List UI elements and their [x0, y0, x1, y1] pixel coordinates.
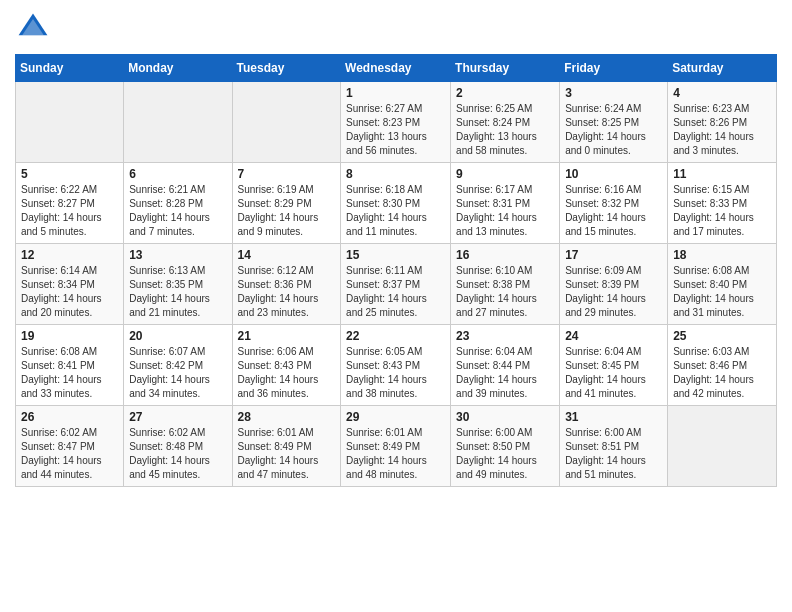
calendar-cell: 26Sunrise: 6:02 AM Sunset: 8:47 PM Dayli…: [16, 406, 124, 487]
day-info: Sunrise: 6:18 AM Sunset: 8:30 PM Dayligh…: [346, 183, 445, 239]
calendar-cell: 24Sunrise: 6:04 AM Sunset: 8:45 PM Dayli…: [560, 325, 668, 406]
day-number: 25: [673, 329, 771, 343]
day-info: Sunrise: 6:04 AM Sunset: 8:45 PM Dayligh…: [565, 345, 662, 401]
day-number: 13: [129, 248, 226, 262]
day-info: Sunrise: 6:00 AM Sunset: 8:50 PM Dayligh…: [456, 426, 554, 482]
day-number: 20: [129, 329, 226, 343]
day-number: 11: [673, 167, 771, 181]
calendar-cell: 20Sunrise: 6:07 AM Sunset: 8:42 PM Dayli…: [124, 325, 232, 406]
calendar-cell: 21Sunrise: 6:06 AM Sunset: 8:43 PM Dayli…: [232, 325, 341, 406]
day-number: 31: [565, 410, 662, 424]
calendar: SundayMondayTuesdayWednesdayThursdayFrid…: [15, 54, 777, 487]
header: [15, 10, 777, 46]
weekday-header-sunday: Sunday: [16, 55, 124, 82]
day-info: Sunrise: 6:00 AM Sunset: 8:51 PM Dayligh…: [565, 426, 662, 482]
day-number: 23: [456, 329, 554, 343]
calendar-cell: 6Sunrise: 6:21 AM Sunset: 8:28 PM Daylig…: [124, 163, 232, 244]
weekday-header-thursday: Thursday: [451, 55, 560, 82]
calendar-cell: 27Sunrise: 6:02 AM Sunset: 8:48 PM Dayli…: [124, 406, 232, 487]
calendar-cell: [232, 82, 341, 163]
calendar-cell: 2Sunrise: 6:25 AM Sunset: 8:24 PM Daylig…: [451, 82, 560, 163]
day-info: Sunrise: 6:10 AM Sunset: 8:38 PM Dayligh…: [456, 264, 554, 320]
calendar-cell: 14Sunrise: 6:12 AM Sunset: 8:36 PM Dayli…: [232, 244, 341, 325]
day-info: Sunrise: 6:02 AM Sunset: 8:48 PM Dayligh…: [129, 426, 226, 482]
calendar-cell: [124, 82, 232, 163]
day-number: 9: [456, 167, 554, 181]
day-number: 24: [565, 329, 662, 343]
calendar-cell: 17Sunrise: 6:09 AM Sunset: 8:39 PM Dayli…: [560, 244, 668, 325]
logo: [15, 10, 55, 46]
day-info: Sunrise: 6:01 AM Sunset: 8:49 PM Dayligh…: [346, 426, 445, 482]
weekday-header-friday: Friday: [560, 55, 668, 82]
day-number: 19: [21, 329, 118, 343]
day-number: 17: [565, 248, 662, 262]
calendar-cell: 15Sunrise: 6:11 AM Sunset: 8:37 PM Dayli…: [341, 244, 451, 325]
calendar-week-5: 26Sunrise: 6:02 AM Sunset: 8:47 PM Dayli…: [16, 406, 777, 487]
day-number: 3: [565, 86, 662, 100]
day-number: 5: [21, 167, 118, 181]
day-number: 4: [673, 86, 771, 100]
day-info: Sunrise: 6:11 AM Sunset: 8:37 PM Dayligh…: [346, 264, 445, 320]
calendar-cell: 4Sunrise: 6:23 AM Sunset: 8:26 PM Daylig…: [668, 82, 777, 163]
calendar-week-1: 1Sunrise: 6:27 AM Sunset: 8:23 PM Daylig…: [16, 82, 777, 163]
day-number: 14: [238, 248, 336, 262]
day-info: Sunrise: 6:12 AM Sunset: 8:36 PM Dayligh…: [238, 264, 336, 320]
day-info: Sunrise: 6:17 AM Sunset: 8:31 PM Dayligh…: [456, 183, 554, 239]
day-info: Sunrise: 6:03 AM Sunset: 8:46 PM Dayligh…: [673, 345, 771, 401]
calendar-cell: 12Sunrise: 6:14 AM Sunset: 8:34 PM Dayli…: [16, 244, 124, 325]
calendar-cell: 7Sunrise: 6:19 AM Sunset: 8:29 PM Daylig…: [232, 163, 341, 244]
day-info: Sunrise: 6:25 AM Sunset: 8:24 PM Dayligh…: [456, 102, 554, 158]
day-info: Sunrise: 6:13 AM Sunset: 8:35 PM Dayligh…: [129, 264, 226, 320]
day-number: 10: [565, 167, 662, 181]
calendar-header-row: SundayMondayTuesdayWednesdayThursdayFrid…: [16, 55, 777, 82]
page: SundayMondayTuesdayWednesdayThursdayFrid…: [0, 0, 792, 502]
day-info: Sunrise: 6:15 AM Sunset: 8:33 PM Dayligh…: [673, 183, 771, 239]
calendar-cell: 10Sunrise: 6:16 AM Sunset: 8:32 PM Dayli…: [560, 163, 668, 244]
day-number: 26: [21, 410, 118, 424]
calendar-cell: 29Sunrise: 6:01 AM Sunset: 8:49 PM Dayli…: [341, 406, 451, 487]
day-info: Sunrise: 6:05 AM Sunset: 8:43 PM Dayligh…: [346, 345, 445, 401]
day-number: 29: [346, 410, 445, 424]
day-number: 21: [238, 329, 336, 343]
calendar-cell: 16Sunrise: 6:10 AM Sunset: 8:38 PM Dayli…: [451, 244, 560, 325]
day-info: Sunrise: 6:22 AM Sunset: 8:27 PM Dayligh…: [21, 183, 118, 239]
calendar-cell: 3Sunrise: 6:24 AM Sunset: 8:25 PM Daylig…: [560, 82, 668, 163]
day-info: Sunrise: 6:06 AM Sunset: 8:43 PM Dayligh…: [238, 345, 336, 401]
day-info: Sunrise: 6:27 AM Sunset: 8:23 PM Dayligh…: [346, 102, 445, 158]
calendar-cell: 11Sunrise: 6:15 AM Sunset: 8:33 PM Dayli…: [668, 163, 777, 244]
weekday-header-saturday: Saturday: [668, 55, 777, 82]
day-info: Sunrise: 6:08 AM Sunset: 8:41 PM Dayligh…: [21, 345, 118, 401]
day-number: 18: [673, 248, 771, 262]
calendar-cell: 8Sunrise: 6:18 AM Sunset: 8:30 PM Daylig…: [341, 163, 451, 244]
calendar-cell: 13Sunrise: 6:13 AM Sunset: 8:35 PM Dayli…: [124, 244, 232, 325]
day-info: Sunrise: 6:04 AM Sunset: 8:44 PM Dayligh…: [456, 345, 554, 401]
day-info: Sunrise: 6:02 AM Sunset: 8:47 PM Dayligh…: [21, 426, 118, 482]
day-number: 28: [238, 410, 336, 424]
day-info: Sunrise: 6:14 AM Sunset: 8:34 PM Dayligh…: [21, 264, 118, 320]
day-number: 22: [346, 329, 445, 343]
calendar-cell: 19Sunrise: 6:08 AM Sunset: 8:41 PM Dayli…: [16, 325, 124, 406]
day-info: Sunrise: 6:24 AM Sunset: 8:25 PM Dayligh…: [565, 102, 662, 158]
day-number: 16: [456, 248, 554, 262]
calendar-week-2: 5Sunrise: 6:22 AM Sunset: 8:27 PM Daylig…: [16, 163, 777, 244]
calendar-cell: 18Sunrise: 6:08 AM Sunset: 8:40 PM Dayli…: [668, 244, 777, 325]
day-number: 15: [346, 248, 445, 262]
day-info: Sunrise: 6:21 AM Sunset: 8:28 PM Dayligh…: [129, 183, 226, 239]
day-info: Sunrise: 6:19 AM Sunset: 8:29 PM Dayligh…: [238, 183, 336, 239]
calendar-cell: 1Sunrise: 6:27 AM Sunset: 8:23 PM Daylig…: [341, 82, 451, 163]
weekday-header-wednesday: Wednesday: [341, 55, 451, 82]
day-info: Sunrise: 6:08 AM Sunset: 8:40 PM Dayligh…: [673, 264, 771, 320]
day-number: 6: [129, 167, 226, 181]
day-info: Sunrise: 6:07 AM Sunset: 8:42 PM Dayligh…: [129, 345, 226, 401]
calendar-cell: 5Sunrise: 6:22 AM Sunset: 8:27 PM Daylig…: [16, 163, 124, 244]
day-info: Sunrise: 6:16 AM Sunset: 8:32 PM Dayligh…: [565, 183, 662, 239]
calendar-week-4: 19Sunrise: 6:08 AM Sunset: 8:41 PM Dayli…: [16, 325, 777, 406]
weekday-header-tuesday: Tuesday: [232, 55, 341, 82]
calendar-cell: 22Sunrise: 6:05 AM Sunset: 8:43 PM Dayli…: [341, 325, 451, 406]
weekday-header-monday: Monday: [124, 55, 232, 82]
logo-icon: [15, 10, 51, 46]
day-number: 2: [456, 86, 554, 100]
calendar-cell: 30Sunrise: 6:00 AM Sunset: 8:50 PM Dayli…: [451, 406, 560, 487]
calendar-cell: 9Sunrise: 6:17 AM Sunset: 8:31 PM Daylig…: [451, 163, 560, 244]
day-number: 12: [21, 248, 118, 262]
